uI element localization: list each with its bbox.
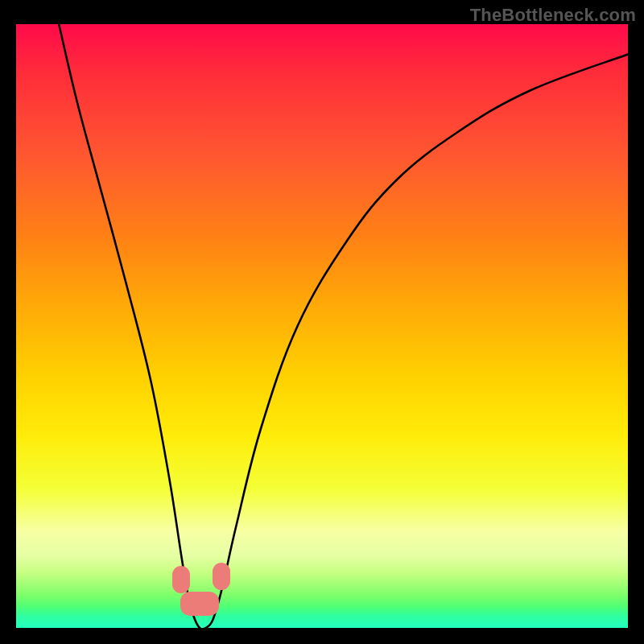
chart-frame: TheBottleneck.com <box>0 0 644 644</box>
watermark-text: TheBottleneck.com <box>470 5 636 26</box>
marker-bottom <box>180 592 219 616</box>
curve-svg <box>16 24 628 628</box>
marker-left-upper <box>172 566 190 593</box>
marker-right-upper <box>213 563 230 590</box>
bottleneck-curve-path <box>59 24 628 628</box>
plot-area <box>16 24 628 628</box>
